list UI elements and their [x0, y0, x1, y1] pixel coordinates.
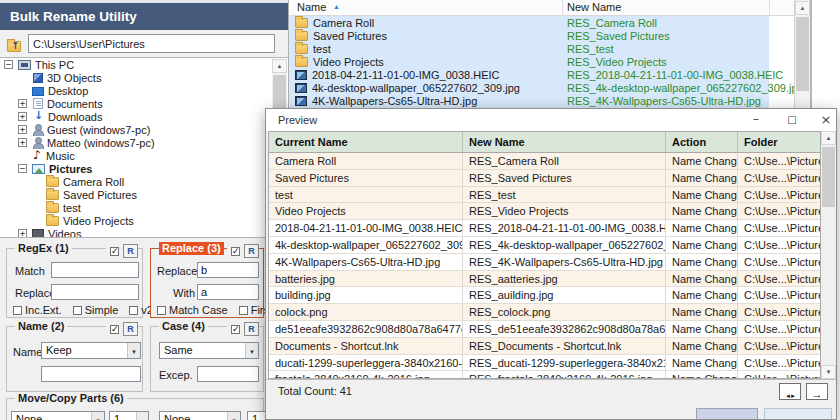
replace-enabled-checkbox[interactable] [231, 247, 240, 256]
preview-row[interactable]: Documents - Shortcut.lnkRES_Documents - … [269, 338, 820, 355]
chevron-down-icon[interactable] [91, 412, 104, 420]
tree-item-matteo-windows7-pc-[interactable]: Matteo (windows7-pc) [0, 136, 288, 149]
parent-folder-icon[interactable] [7, 41, 21, 52]
tree-item-desktop[interactable]: Desktop [0, 84, 288, 97]
preview-row[interactable]: ducati-1299-superleggera-3840x2160-4k-ra… [269, 355, 820, 372]
move-copy-spinner-1[interactable]: 1 [109, 411, 149, 420]
preview-row[interactable]: building.jpgRES_auilding.jpgName ChangeC… [269, 287, 820, 304]
regex-option-inc-ext-[interactable]: Inc.Ext. [13, 304, 62, 316]
preview-column-header-folder[interactable]: Folder [738, 132, 821, 152]
column-divider[interactable] [769, 0, 770, 15]
preview-row[interactable]: Video ProjectsRES_Video ProjectsName Cha… [269, 203, 820, 220]
close-icon[interactable] [816, 111, 836, 128]
expand-icon[interactable] [18, 99, 27, 108]
scrollbar-thumb[interactable] [822, 147, 835, 207]
preview-row[interactable]: batteries.jpgRES_aatteries.jpgName Chang… [269, 271, 820, 288]
regex-reset-button[interactable]: R [123, 244, 138, 258]
preview-row[interactable]: 2018-04-21-11-01-00-IMG_0038.HEICRES_201… [269, 220, 820, 237]
checkbox-icon[interactable] [157, 306, 166, 315]
name-reset-button[interactable]: R [123, 322, 138, 336]
name-text-input[interactable] [41, 366, 141, 382]
collapse-icon[interactable] [18, 164, 27, 173]
preview-column-header-new-name[interactable]: New Name [463, 132, 666, 152]
file-row[interactable]: 4K-Wallpapers-Cs65-Ultra-HD.jpgRES_4K-Wa… [289, 94, 794, 107]
regex-replace-input[interactable] [51, 284, 139, 300]
regex-enabled-checkbox[interactable] [110, 247, 119, 256]
scroll-up-icon[interactable] [821, 131, 836, 145]
dialog-action-button-left[interactable] [696, 408, 758, 420]
fit-columns-button[interactable] [779, 383, 801, 400]
replace-input[interactable] [197, 262, 259, 278]
scroll-up-icon[interactable] [272, 59, 287, 73]
case-exception-input[interactable] [197, 366, 259, 382]
tree-item-camera-roll[interactable]: Camera Roll [0, 175, 288, 188]
preview-row[interactable]: testRES_testName ChangeC:\Use...\Picture… [269, 187, 820, 204]
scroll-right-button[interactable] [806, 383, 828, 400]
dialog-action-button-right[interactable] [764, 408, 832, 420]
preview-row[interactable]: fractals-3840x2160-4k-2016.jpgRES_fracta… [269, 371, 820, 379]
column-header-name[interactable]: Name [297, 1, 326, 13]
tree-item-downloads[interactable]: Downloads [0, 110, 288, 123]
checkbox-icon[interactable] [239, 306, 248, 315]
preview-row[interactable]: 4k-desktop-wallpaper_065227602_309.jpgRE… [269, 237, 820, 254]
collapse-icon[interactable] [4, 60, 13, 69]
column-header-new-name[interactable]: New Name [567, 1, 621, 13]
file-row[interactable]: 4k-desktop-wallpaper_065227602_309.jpgRE… [289, 81, 794, 94]
file-row[interactable]: Camera RollRES_Camera Roll [289, 16, 794, 29]
chevron-down-icon[interactable] [245, 343, 258, 358]
column-divider[interactable] [562, 0, 563, 15]
move-copy-select-1[interactable]: None [11, 411, 105, 420]
tree-item-saved-pictures[interactable]: Saved Pictures [0, 188, 288, 201]
checkbox-icon[interactable] [129, 306, 138, 315]
checkbox-icon[interactable] [13, 306, 22, 315]
tree-item-guest-windows7-pc-[interactable]: Guest (windows7-pc) [0, 123, 288, 136]
replace-reset-button[interactable]: R [244, 244, 259, 258]
file-row[interactable]: Video ProjectsRES_Video Projects [289, 55, 794, 68]
name-enabled-checkbox[interactable] [110, 325, 119, 334]
preview-scrollbar[interactable] [821, 131, 836, 379]
with-input[interactable] [197, 284, 259, 300]
preview-row[interactable]: Camera RollRES_Camera RollName ChangeC:\… [269, 153, 820, 170]
tree-item-videos[interactable]: Videos [0, 227, 288, 238]
file-row[interactable]: 2018-04-21-11-01-00-IMG_0038.HEICRES_201… [289, 68, 794, 81]
tree-item-music[interactable]: Music [0, 149, 288, 162]
preview-row[interactable]: colock.pngRES_colock.pngName ChangeC:\Us… [269, 304, 820, 321]
case-mode-select[interactable]: Same [159, 342, 259, 359]
expand-icon[interactable] [18, 229, 27, 238]
preview-row[interactable]: Saved PicturesRES_Saved PicturesName Cha… [269, 170, 820, 187]
replace-option-match-case[interactable]: Match Case [157, 304, 228, 316]
tree-item-3d-objects[interactable]: 3D Objects [0, 71, 288, 84]
maximize-icon[interactable] [782, 111, 802, 128]
name-mode-select[interactable]: Keep [41, 342, 141, 359]
regex-match-input[interactable] [51, 262, 139, 278]
file-row[interactable]: Saved PicturesRES_Saved Pictures [289, 29, 794, 42]
preview-column-header-action[interactable]: Action [666, 132, 738, 152]
preview-row[interactable]: de51eeafe3932862c908d80a78a6477e.jpgRES_… [269, 321, 820, 338]
scroll-down-icon[interactable] [821, 365, 836, 379]
tree-item-test[interactable]: test [0, 201, 288, 214]
case-reset-button[interactable]: R [244, 322, 259, 336]
move-copy-select-2[interactable]: None [159, 411, 241, 420]
expand-icon[interactable] [18, 112, 27, 121]
preview-column-header-current-name[interactable]: Current Name [269, 132, 463, 152]
tree-item-video-projects[interactable]: Video Projects [0, 214, 288, 227]
checkbox-icon[interactable] [73, 306, 82, 315]
tree-item-documents[interactable]: Documents [0, 97, 288, 110]
file-row[interactable]: testRES_test [289, 42, 794, 55]
expand-icon[interactable] [18, 125, 27, 134]
preview-row[interactable]: 4K-Wallpapers-Cs65-Ultra-HD.jpgRES_4K-Wa… [269, 254, 820, 271]
spinner-arrows-icon[interactable] [136, 412, 148, 420]
minimize-icon[interactable] [746, 111, 766, 128]
regex-option-simple[interactable]: Simple [73, 304, 119, 316]
path-input[interactable] [28, 34, 275, 53]
tree-item-pictures[interactable]: Pictures [0, 162, 288, 175]
case-enabled-checkbox[interactable] [231, 325, 240, 334]
move-copy-spinner-2[interactable]: 1 [247, 411, 267, 420]
chevron-down-icon[interactable] [127, 343, 140, 358]
tree-item-this-pc[interactable]: This PC [0, 58, 288, 71]
scroll-up-icon[interactable] [795, 1, 810, 15]
scrollbar-thumb[interactable] [796, 17, 809, 91]
expand-icon[interactable] [18, 138, 27, 147]
preview-titlebar[interactable]: Preview [266, 109, 836, 131]
chevron-down-icon[interactable] [227, 412, 240, 420]
